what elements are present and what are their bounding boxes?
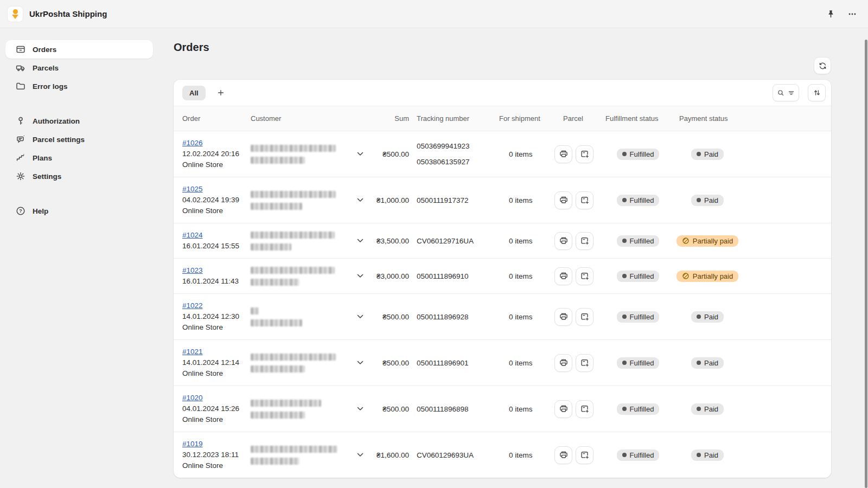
add-parcel-button[interactable] xyxy=(576,145,593,163)
customer-redacted-line xyxy=(251,400,321,407)
print-button[interactable] xyxy=(554,232,572,250)
table-row[interactable]: #1023 16.01.2024 11:43 ₴3,000.00 0500111… xyxy=(174,259,831,294)
add-parcel-button[interactable] xyxy=(576,354,593,372)
order-link[interactable]: #1026 xyxy=(182,139,203,147)
add-parcel-button[interactable] xyxy=(576,267,593,285)
chevron-down-icon[interactable] xyxy=(357,407,363,411)
add-parcel-icon xyxy=(580,271,590,281)
order-link[interactable]: #1025 xyxy=(182,185,203,193)
customer-redacted xyxy=(251,145,354,164)
order-link[interactable]: #1021 xyxy=(182,348,203,356)
col-header-parcel: Parcel xyxy=(549,114,601,123)
table-row[interactable]: #1021 14.01.2024 12:14 Online Store ₴500… xyxy=(174,340,831,386)
payment-badge-label: Partially paid xyxy=(693,237,733,245)
chevron-down-icon[interactable] xyxy=(357,314,363,319)
payment-cell: Paid xyxy=(675,403,740,415)
add-parcel-icon xyxy=(580,149,590,159)
parcel-cell xyxy=(549,267,601,285)
sidebar-item-settings[interactable]: Settings xyxy=(5,167,153,185)
payment-badge-label: Paid xyxy=(704,150,718,158)
chevron-down-icon[interactable] xyxy=(357,152,363,156)
tracking-number: 0500111896901 xyxy=(417,359,497,367)
payment-badge-label: Paid xyxy=(704,359,718,367)
plus-icon xyxy=(216,88,225,97)
tracking-cell: 0500111896901 xyxy=(412,359,497,367)
tab-all[interactable]: All xyxy=(182,86,206,100)
print-button[interactable] xyxy=(554,446,572,464)
payment-badge: Paid xyxy=(691,450,724,461)
add-parcel-button[interactable] xyxy=(576,446,593,464)
print-button[interactable] xyxy=(554,145,572,163)
fulfillment-cell: Fulfilled xyxy=(601,195,675,206)
parcel-cell xyxy=(549,354,601,372)
add-parcel-button[interactable] xyxy=(576,308,593,326)
order-link[interactable]: #1024 xyxy=(182,231,203,239)
order-link[interactable]: #1020 xyxy=(182,394,203,402)
order-channel: Online Store xyxy=(182,159,243,170)
sidebar-item-help[interactable]: ? Help xyxy=(5,202,153,220)
customer-cell xyxy=(243,267,367,286)
search-filter-button[interactable] xyxy=(773,84,799,101)
payment-dot xyxy=(697,453,701,457)
order-datetime: 14.01.2024 12:30 xyxy=(182,311,243,322)
sum-value: ₴1,000.00 xyxy=(376,196,409,204)
sum-cell: ₴500.00 xyxy=(367,150,412,158)
table-row[interactable]: #1022 14.01.2024 12:30 Online Store ₴500… xyxy=(174,294,831,340)
order-link[interactable]: #1023 xyxy=(182,266,203,274)
for-shipment-cell: 0 items xyxy=(497,150,549,158)
chevron-down-icon[interactable] xyxy=(357,361,363,365)
fulfillment-cell: Fulfilled xyxy=(601,271,675,282)
fulfillment-dot xyxy=(622,453,627,457)
tracking-cell: CV060129693UA xyxy=(412,451,497,459)
tracking-cell: 0500111896898 xyxy=(412,405,497,413)
print-button[interactable] xyxy=(554,308,572,326)
stairs-icon xyxy=(15,152,26,163)
order-link[interactable]: #1019 xyxy=(182,440,203,448)
tracking-cell: 0500111917372 xyxy=(412,196,497,204)
print-button[interactable] xyxy=(554,267,572,285)
pin-icon[interactable] xyxy=(826,9,835,18)
for-shipment-cell: 0 items xyxy=(497,313,549,321)
print-button[interactable] xyxy=(554,400,572,418)
chevron-down-icon[interactable] xyxy=(357,198,363,202)
order-cell: #1021 14.01.2024 12:14 Online Store xyxy=(174,346,243,379)
sidebar-item-parcels[interactable]: Parcels xyxy=(5,59,153,77)
scrollbar-thumb[interactable] xyxy=(865,40,867,488)
table-row[interactable]: #1020 04.01.2024 15:26 Online Store ₴500… xyxy=(174,386,831,432)
sidebar-item-parcel-settings[interactable]: Parcel settings xyxy=(5,130,153,149)
order-datetime: 30.12.2023 18:11 xyxy=(182,450,243,460)
sidebar-item-authorization[interactable]: Authorization xyxy=(5,112,153,130)
add-parcel-icon xyxy=(580,404,590,414)
sort-button[interactable] xyxy=(808,84,826,101)
table-row[interactable]: #1026 12.02.2024 20:16 Online Store ₴500… xyxy=(174,131,831,177)
parcel-cell xyxy=(549,232,601,250)
customer-redacted-line xyxy=(251,203,302,210)
table-row[interactable]: #1025 04.02.2024 19:39 Online Store ₴1,0… xyxy=(174,177,831,223)
customer-redacted-line xyxy=(251,365,305,373)
print-button[interactable] xyxy=(554,354,572,372)
add-parcel-button[interactable] xyxy=(576,191,593,209)
payment-badge-label: Paid xyxy=(704,313,718,321)
filter-icon xyxy=(787,89,795,97)
tracking-number: 0500111896928 xyxy=(417,313,497,321)
payment-cell: Paid xyxy=(675,357,740,369)
overflow-menu-icon[interactable] xyxy=(847,9,857,19)
table-row[interactable]: #1019 30.12.2023 18:11 Online Store ₴1,6… xyxy=(174,432,831,478)
sync-button[interactable] xyxy=(814,57,831,74)
fulfillment-cell: Fulfilled xyxy=(601,450,675,461)
sidebar-item-error-logs[interactable]: Error logs xyxy=(5,77,153,95)
add-parcel-button[interactable] xyxy=(576,232,593,250)
payment-badge: Paid xyxy=(691,311,724,323)
sum-cell: ₴500.00 xyxy=(367,405,412,413)
sidebar-item-orders[interactable]: Orders xyxy=(5,40,153,59)
chevron-down-icon[interactable] xyxy=(357,239,363,243)
add-parcel-button[interactable] xyxy=(576,400,593,418)
payment-badge: Partially paid xyxy=(676,271,738,282)
table-row[interactable]: #1024 16.01.2024 15:55 ₴3,500.00 CV06012… xyxy=(174,223,831,259)
add-view-button[interactable] xyxy=(213,85,228,100)
chevron-down-icon[interactable] xyxy=(357,274,363,278)
chevron-down-icon[interactable] xyxy=(357,453,363,457)
sidebar-item-plans[interactable]: Plans xyxy=(5,149,153,167)
order-link[interactable]: #1022 xyxy=(182,301,203,310)
print-button[interactable] xyxy=(554,191,572,209)
